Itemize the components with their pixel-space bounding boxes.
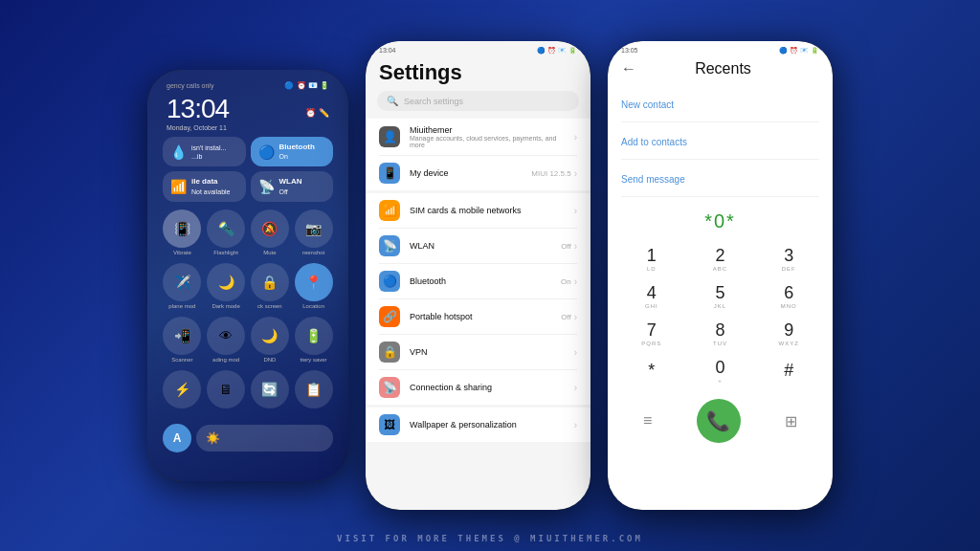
add-to-contacts-item[interactable]: Add to contacts (621, 122, 819, 160)
hotspot-chevron: › (574, 312, 577, 322)
account-section: 👤 Miuithemer Manage accounts, cloud serv… (366, 119, 590, 190)
key-3[interactable]: 3 DEF (754, 240, 823, 277)
wlan-settings-icon: 📡 (379, 235, 400, 256)
user-avatar[interactable]: A (163, 424, 191, 452)
airplane-button[interactable]: ✈️ (163, 263, 201, 301)
card-data[interactable]: 💧 isn't instal... ...ib (163, 137, 246, 166)
extra4-btn-wrap: 📋 (294, 370, 333, 410)
back-button[interactable]: ← (621, 60, 636, 77)
extra1-button[interactable]: ⚡ (163, 370, 201, 408)
brightness-slider[interactable]: ☀️ (196, 425, 333, 452)
recents-header: ← Recents (608, 56, 833, 85)
mute-button[interactable]: 🔕 (251, 209, 289, 248)
phone-settings: 13:04 🔵 ⏰ 📧 🔋 Settings 🔍 Search settings… (366, 41, 590, 510)
darkmode-button[interactable]: 🌙 (207, 263, 245, 301)
screenshot-label: reenshot (302, 250, 324, 255)
extra2-button[interactable]: 🖥 (207, 370, 245, 408)
settings-time: 13:04 (379, 47, 396, 55)
reading-button[interactable]: 👁 (207, 317, 245, 355)
search-bar[interactable]: 🔍 Search settings (377, 91, 579, 111)
key-0[interactable]: 0 + (686, 352, 755, 389)
card-mobile[interactable]: 📶 ile data Not available (163, 171, 246, 201)
sim-title: SIM cards & mobile networks (410, 206, 565, 215)
scanner-button[interactable]: 📲 (163, 317, 201, 355)
flashlight-label: Flashlight (213, 250, 238, 255)
extra1-btn-wrap: ⚡ (163, 370, 202, 410)
new-contact-item[interactable]: New contact (621, 85, 819, 122)
extra4-button[interactable]: 📋 (295, 370, 333, 408)
wallpaper-chevron: › (574, 420, 577, 430)
key-5[interactable]: 5 JKL (686, 277, 755, 315)
dialer-bottom-bar: ≡ 📞 ⊞ (608, 393, 833, 449)
vpn-item[interactable]: 🔒 VPN › (379, 335, 577, 370)
settings-screen: 13:04 🔵 ⏰ 📧 🔋 Settings 🔍 Search settings… (366, 41, 590, 510)
key-4[interactable]: 4 GHI (617, 277, 686, 315)
clock-date: Monday, October 11 (167, 124, 229, 131)
bt-right: On › (561, 276, 577, 287)
bt-chevron: › (574, 276, 577, 287)
key-7[interactable]: 7 PQRS (617, 315, 686, 352)
search-icon: 🔍 (387, 96, 398, 106)
mydevice-title: My device (410, 168, 522, 178)
hotspot-item[interactable]: 🔗 Portable hotspot Off › (379, 299, 577, 335)
mobile-data-icon: 📶 (170, 179, 187, 194)
location-button[interactable]: 📍 (295, 263, 333, 301)
wallpaper-section: 🖼 Wallpaper & personalization › (366, 408, 590, 442)
mydevice-item[interactable]: 📱 My device MIUI 12.5.5 › (379, 156, 577, 190)
sim-networks-item[interactable]: 📶 SIM cards & mobile networks › (379, 193, 577, 229)
keypad: 1 LD 2 ABC 3 DEF 4 GHI 5 JKL 6 MNO (617, 240, 823, 389)
vibrate-button[interactable]: 📳 (163, 209, 201, 248)
water-icon: 💧 (170, 144, 187, 160)
status-icons-1: 🔵 ⏰ 📧 🔋 (284, 81, 329, 90)
bluetooth-item[interactable]: 🔵 Bluetooth On › (379, 264, 577, 299)
dialer-statusbar: 13:05 🔵 ⏰ 📧 🔋 (608, 41, 833, 56)
wallpaper-item[interactable]: 🖼 Wallpaper & personalization › (379, 408, 577, 442)
dnd-btn-wrap: 🌙 DND (251, 317, 290, 363)
lockscreen-label: ck screen (257, 303, 282, 309)
search-placeholder-text: Search settings (404, 97, 463, 106)
hotspot-title: Portable hotspot (410, 312, 551, 321)
keypad-icon[interactable]: ⊞ (785, 412, 797, 430)
key-9[interactable]: 9 WXYZ (754, 315, 823, 352)
key-6[interactable]: 6 MNO (754, 277, 823, 315)
key-2[interactable]: 2 ABC (686, 240, 755, 277)
screenshot-button[interactable]: 📷 (295, 209, 333, 248)
bluetooth-icon: 🔵 (258, 144, 275, 160)
miuithemer-item[interactable]: 👤 Miuithemer Manage accounts, cloud serv… (379, 119, 577, 156)
wlan-chevron: › (574, 241, 577, 252)
card-data-label: isn't instal... (191, 143, 226, 152)
send-message-label: Send message (621, 174, 685, 185)
card-mobile-sub: Not available (191, 187, 230, 196)
bottom-bar: A ☀️ (155, 418, 341, 458)
card-data-sub: ...ib (191, 152, 226, 161)
miui-version: MIUI 12.5.5 (531, 169, 570, 178)
phone-control-center: gency calls only 🔵 ⏰ 📧 🔋 13:04 Monday, O… (147, 70, 348, 481)
flashlight-btn-wrap: 🔦 Flashlight (207, 209, 246, 255)
send-message-item[interactable]: Send message (621, 160, 819, 197)
account-icon: 👤 (379, 126, 400, 147)
lockscreen-button[interactable]: 🔒 (251, 263, 289, 301)
key-hash[interactable]: # (754, 352, 823, 389)
extra3-button[interactable]: 🔄 (251, 370, 289, 408)
batterysaver-label: ttery saver (301, 357, 327, 363)
wlan-item[interactable]: 📡 WLAN Off › (379, 229, 577, 264)
flashlight-button[interactable]: 🔦 (207, 209, 245, 248)
mydevice-text: My device (410, 168, 522, 178)
card-bluetooth[interactable]: 🔵 Bluetooth On (251, 137, 334, 166)
card-wlan[interactable]: 📡 WLAN Off (251, 171, 334, 201)
call-button[interactable]: 📞 (697, 399, 741, 443)
wallpaper-text: Wallpaper & personalization (410, 420, 565, 430)
key-star[interactable]: * (617, 352, 686, 389)
settings-status-icons: 🔵 ⏰ 📧 🔋 (537, 47, 577, 55)
dnd-label: DND (263, 357, 276, 363)
menu-icon[interactable]: ≡ (643, 412, 652, 430)
hotspot-icon: 🔗 (379, 306, 400, 327)
airplane-btn-wrap: ✈️ plane mod (163, 263, 202, 309)
dialer-status-icons: 🔵 ⏰ 📧 🔋 (779, 47, 819, 55)
key-1[interactable]: 1 LD (617, 240, 686, 277)
batterysaver-button[interactable]: 🔋 (295, 317, 333, 355)
connection-item[interactable]: 📡 Connection & sharing › (379, 370, 577, 405)
mydevice-right: MIUI 12.5.5 › (531, 168, 577, 179)
dnd-button[interactable]: 🌙 (251, 317, 289, 355)
key-8[interactable]: 8 TUV (686, 315, 755, 352)
